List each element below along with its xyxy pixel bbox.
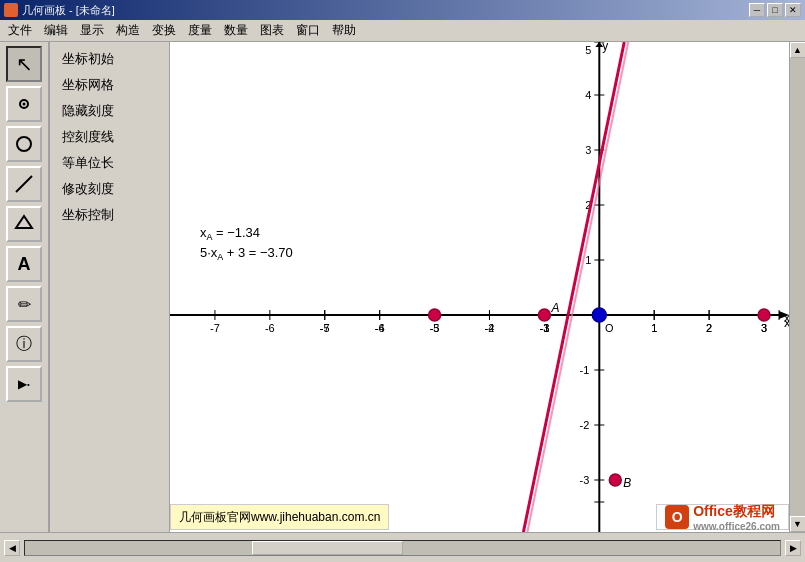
svg-text:-4: -4	[375, 322, 385, 334]
scroll-up-button[interactable]: ▲	[790, 42, 806, 58]
compass-tool[interactable]	[6, 126, 42, 162]
svg-text:B: B	[623, 476, 631, 490]
menu-ctrl-scale-line[interactable]: 控刻度线	[50, 124, 169, 150]
menu-graph[interactable]: 图表	[254, 20, 290, 41]
svg-text:-5: -5	[320, 322, 330, 334]
menu-hide-scale[interactable]: 隐藏刻度	[50, 98, 169, 124]
menu-measure[interactable]: 度量	[182, 20, 218, 41]
point-O	[592, 308, 606, 322]
scrollbar-horizontal[interactable]	[24, 540, 781, 556]
svg-text:3: 3	[761, 322, 767, 334]
animate-tool[interactable]: ▶•	[6, 366, 42, 402]
svg-point-1	[23, 103, 26, 106]
maximize-button[interactable]: □	[767, 3, 783, 17]
svg-text:3: 3	[585, 144, 591, 156]
window-controls: ─ □ ✕	[749, 3, 801, 17]
svg-text:O: O	[605, 322, 614, 334]
main-area: ↖ A ✏ ⓘ ▶• 坐标初始 坐标网格 隐藏刻度 控刻度线 等单位长 修改刻度…	[0, 42, 805, 532]
title-bar: 几何画板 - [未命名] ─ □ ✕	[0, 0, 805, 20]
svg-text:1: 1	[585, 254, 591, 266]
line-tool[interactable]	[6, 166, 42, 202]
menu-bar: 文件 编辑 显示 构造 变换 度量 数量 图表 窗口 帮助	[0, 20, 805, 42]
svg-text:y: y	[602, 42, 608, 53]
dropdown-menu: 坐标初始 坐标网格 隐藏刻度 控刻度线 等单位长 修改刻度 坐标控制	[50, 42, 170, 532]
watermark-right-area: Office教程网 www.office26.com	[693, 503, 780, 532]
point-neg3	[429, 309, 441, 321]
svg-text:-3: -3	[580, 474, 590, 486]
menu-transform[interactable]: 变换	[146, 20, 182, 41]
svg-line-73	[527, 42, 628, 532]
menu-edit[interactable]: 编辑	[38, 20, 74, 41]
svg-text:4: 4	[585, 89, 591, 101]
menu-equal-unit[interactable]: 等单位长	[50, 150, 169, 176]
svg-text:xA = −1.34: xA = −1.34	[200, 225, 260, 242]
menu-coord-grid[interactable]: 坐标网格	[50, 72, 169, 98]
scroll-left-button[interactable]: ◀	[4, 540, 20, 556]
office-icon: O	[665, 505, 689, 529]
watermark-right-text: Office教程网	[693, 503, 780, 521]
app-icon	[4, 3, 18, 17]
marker-tool[interactable]: ✏	[6, 286, 42, 322]
svg-text:-3: -3	[430, 322, 440, 334]
watermark-right-sub: www.office26.com	[693, 521, 780, 532]
point-B	[609, 474, 621, 486]
svg-text:A: A	[550, 301, 559, 315]
scroll-thumb-h	[252, 541, 403, 555]
svg-text:-1: -1	[580, 364, 590, 376]
menu-construct[interactable]: 构造	[110, 20, 146, 41]
svg-text:-7: -7	[210, 322, 220, 334]
info-tool[interactable]: ⓘ	[6, 326, 42, 362]
scroll-down-button[interactable]: ▼	[790, 516, 806, 532]
arrow-tool[interactable]: ↖	[6, 46, 42, 82]
svg-text:1: 1	[651, 322, 657, 334]
svg-text:-2: -2	[485, 322, 495, 334]
menu-file[interactable]: 文件	[2, 20, 38, 41]
menu-display[interactable]: 显示	[74, 20, 110, 41]
minimize-button[interactable]: ─	[749, 3, 765, 17]
context-area: 坐标初始 坐标网格 隐藏刻度 控刻度线 等单位长 修改刻度 坐标控制	[50, 42, 805, 532]
close-button[interactable]: ✕	[785, 3, 801, 17]
menu-coord-ctrl[interactable]: 坐标控制	[50, 202, 169, 228]
menu-number[interactable]: 数量	[218, 20, 254, 41]
graph-area[interactable]: -7 -6 -5 -4 -3 O 1 2	[170, 42, 789, 532]
svg-text:-2: -2	[580, 419, 590, 431]
menu-help[interactable]: 帮助	[326, 20, 362, 41]
svg-marker-4	[16, 216, 32, 228]
svg-text:2: 2	[706, 322, 712, 334]
point-3	[758, 309, 770, 321]
scroll-right-button[interactable]: ▶	[785, 540, 801, 556]
watermark-bar: 几何画板官网www.jihehuaban.com.cn O Office教程网 …	[170, 502, 789, 532]
svg-text:5·xA + 3 = −3.70: 5·xA + 3 = −3.70	[200, 245, 293, 262]
scroll-track-v[interactable]	[790, 58, 806, 516]
menu-window[interactable]: 窗口	[290, 20, 326, 41]
menu-coord-init[interactable]: 坐标初始	[50, 46, 169, 72]
point-A	[538, 309, 550, 321]
point-tool[interactable]	[6, 86, 42, 122]
title-text: 几何画板 - [未命名]	[22, 3, 115, 18]
graph-svg: -7 -6 -5 -4 -3 O 1 2	[170, 42, 789, 532]
scrollbar-vertical: ▲ ▼	[789, 42, 805, 532]
watermark-left-text: 几何画板官网www.jihehuaban.com.cn	[179, 509, 380, 526]
bottom-bar: ◀ ▶	[0, 532, 805, 562]
polygon-tool[interactable]	[6, 206, 42, 242]
watermark-left: 几何画板官网www.jihehuaban.com.cn	[170, 504, 389, 530]
svg-text:5: 5	[585, 44, 591, 56]
svg-text:-6: -6	[265, 322, 275, 334]
svg-point-2	[17, 137, 31, 151]
svg-line-72	[523, 42, 624, 532]
menu-modify-scale[interactable]: 修改刻度	[50, 176, 169, 202]
svg-text:-1: -1	[540, 322, 550, 334]
svg-line-3	[16, 176, 32, 192]
svg-text:x: x	[784, 315, 789, 330]
text-tool[interactable]: A	[6, 246, 42, 282]
toolbar: ↖ A ✏ ⓘ ▶•	[0, 42, 50, 532]
watermark-right: O Office教程网 www.office26.com	[656, 504, 789, 530]
